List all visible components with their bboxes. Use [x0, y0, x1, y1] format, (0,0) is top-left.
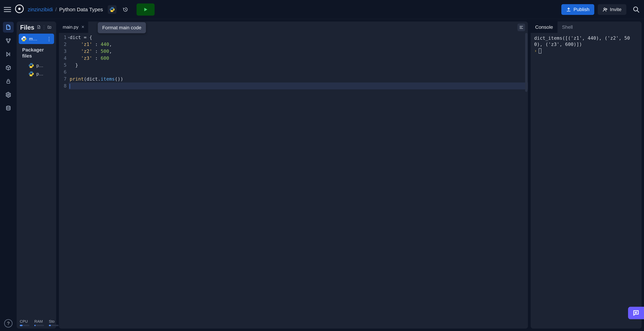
publish-label: Publish: [574, 7, 590, 12]
rail-version-control[interactable]: [3, 35, 14, 46]
svg-marker-2: [144, 8, 148, 11]
packager-file-1-label: p…: [36, 63, 43, 68]
rail-packages[interactable]: [3, 62, 14, 73]
file-main-py[interactable]: m… ⋮: [19, 34, 54, 44]
format-tooltip: Format main code: [98, 22, 146, 33]
meter-ram-label: RAM: [34, 319, 44, 324]
console-cursor: [539, 48, 542, 54]
console-panel: Console Shell dict_items([('z1', 440), (…: [531, 22, 642, 328]
rail-files[interactable]: [3, 22, 14, 32]
svg-line-7: [637, 10, 639, 12]
svg-marker-11: [7, 52, 9, 56]
publish-button[interactable]: Publish: [561, 4, 594, 15]
editor-body[interactable]: 1 2 3 4 5 6 7 8 dict = { 'z1' : 440, 'z2…: [59, 33, 528, 328]
console-tab-console[interactable]: Console: [531, 22, 558, 33]
code-content[interactable]: dict = { 'z1' : 440, 'z2' : 500, 'z3' : …: [69, 34, 528, 328]
run-button[interactable]: [136, 4, 154, 16]
file-menu-icon[interactable]: ⋮: [46, 36, 52, 42]
meter-cpu[interactable]: CPU: [20, 319, 30, 326]
packager-file-2-label: p…: [36, 71, 43, 76]
svg-point-8: [6, 39, 8, 40]
console-tab-shell[interactable]: Shell: [558, 22, 577, 33]
breadcrumb-project[interactable]: Python Data Types: [59, 6, 103, 12]
svg-point-16: [6, 106, 10, 108]
packager-file-2[interactable]: p…: [19, 70, 54, 78]
line-gutter: 1 2 3 4 5 6 7 8: [59, 34, 69, 328]
breadcrumb: zinzinzibidi / Python Data Types: [28, 6, 103, 12]
close-tab-icon[interactable]: ✕: [81, 25, 84, 29]
breadcrumb-user[interactable]: zinzinzibidi: [28, 6, 53, 12]
editor-scrollbar[interactable]: [525, 33, 528, 92]
svg-point-9: [9, 39, 10, 40]
svg-rect-14: [7, 81, 10, 83]
file-name: m…: [29, 36, 38, 42]
rail-database[interactable]: [3, 103, 14, 114]
meter-ram[interactable]: RAM: [34, 319, 44, 326]
meter-storage[interactable]: Sto: [49, 319, 58, 326]
editor-tab-main[interactable]: main.py ✕: [59, 22, 88, 33]
console-output-text: dict_items([('z1', 440), ('z2', 500), ('…: [534, 35, 630, 47]
packager-file-1[interactable]: p…: [19, 61, 54, 70]
console-output[interactable]: dict_items([('z1', 440), ('z2', 500), ('…: [531, 33, 642, 328]
rail-debugger[interactable]: [3, 49, 14, 60]
rail-settings[interactable]: [3, 90, 14, 100]
chat-fab[interactable]: [628, 307, 644, 319]
editor-tab-label: main.py: [63, 24, 78, 30]
packager-section-title: Packager files: [19, 47, 54, 61]
menu-button[interactable]: [4, 6, 11, 13]
svg-point-3: [604, 8, 605, 9]
history-button[interactable]: [122, 6, 129, 13]
console-prompt: ›: [534, 48, 537, 54]
format-code-button[interactable]: [518, 24, 525, 31]
svg-point-6: [634, 7, 638, 11]
tool-rail: ?: [0, 19, 17, 331]
files-panel: Files ┆ m… ⋮ Packager files p… p…: [17, 22, 56, 328]
resource-meters: CPU RAM Sto: [19, 319, 54, 326]
search-button[interactable]: [632, 6, 640, 14]
new-folder-icon[interactable]: [47, 25, 52, 30]
code-editor: main.py ✕ Format main code 1 2 3 4 5 6 7…: [59, 22, 528, 328]
files-heading: Files: [20, 24, 34, 31]
svg-point-1: [18, 8, 20, 10]
rail-secrets[interactable]: [3, 76, 14, 87]
meter-cpu-label: CPU: [20, 319, 30, 324]
language-badge[interactable]: [108, 5, 116, 14]
toolbar-divider: ┆: [43, 25, 46, 30]
new-file-icon[interactable]: [37, 25, 41, 30]
topbar: zinzinzibidi / Python Data Types Publish…: [0, 0, 644, 19]
meter-sto-label: Sto: [49, 319, 58, 324]
invite-button[interactable]: Invite: [598, 4, 626, 15]
replit-logo[interactable]: [14, 4, 24, 15]
breadcrumb-sep: /: [55, 6, 57, 12]
invite-label: Invite: [610, 7, 622, 12]
svg-point-15: [8, 94, 9, 96]
help-button[interactable]: ?: [4, 319, 12, 328]
